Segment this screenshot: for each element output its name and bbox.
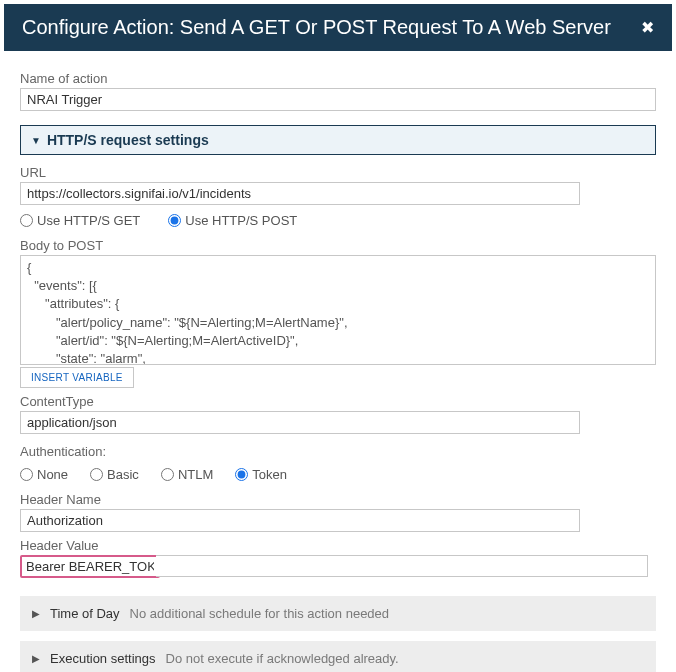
method-post-radio[interactable] <box>168 214 181 227</box>
header-name-label: Header Name <box>20 492 656 507</box>
body-textarea[interactable] <box>20 255 656 365</box>
content-type-input[interactable] <box>20 411 580 434</box>
dialog-title: Configure Action: Send A GET Or POST Req… <box>22 16 611 39</box>
dialog-titlebar: Configure Action: Send A GET Or POST Req… <box>4 4 672 51</box>
method-post-label: Use HTTP/S POST <box>185 213 297 228</box>
auth-label: Authentication: <box>20 444 656 459</box>
header-value-highlight <box>20 555 160 578</box>
section-title: HTTP/S request settings <box>47 132 209 148</box>
auth-none-radio[interactable] <box>20 468 33 481</box>
auth-basic-radio[interactable] <box>90 468 103 481</box>
auth-ntlm-option[interactable]: NTLM <box>161 467 213 482</box>
auth-none-label: None <box>37 467 68 482</box>
auth-token-label: Token <box>252 467 287 482</box>
chevron-right-icon: ▶ <box>32 608 40 619</box>
method-get-radio[interactable] <box>20 214 33 227</box>
body-label: Body to POST <box>20 238 656 253</box>
insert-variable-button[interactable]: INSERT VARIABLE <box>20 367 134 388</box>
dialog: Configure Action: Send A GET Or POST Req… <box>0 0 676 672</box>
auth-token-radio[interactable] <box>235 468 248 481</box>
url-label: URL <box>20 165 656 180</box>
header-value-field-trail[interactable] <box>156 555 648 577</box>
name-of-action-label: Name of action <box>20 71 656 86</box>
time-of-day-title: Time of Day <box>50 606 120 621</box>
method-get-label: Use HTTP/S GET <box>37 213 140 228</box>
header-value-label: Header Value <box>20 538 656 553</box>
auth-basic-option[interactable]: Basic <box>90 467 139 482</box>
auth-basic-label: Basic <box>107 467 139 482</box>
method-post-option[interactable]: Use HTTP/S POST <box>168 213 297 228</box>
time-of-day-sub: No additional schedule for this action n… <box>130 606 389 621</box>
execution-title: Execution settings <box>50 651 156 666</box>
dialog-body: Name of action ▼ HTTP/S request settings… <box>4 51 672 672</box>
content-type-label: ContentType <box>20 394 656 409</box>
auth-token-option[interactable]: Token <box>235 467 287 482</box>
close-icon[interactable]: ✖ <box>641 18 654 37</box>
name-of-action-input[interactable] <box>20 88 656 111</box>
header-name-input[interactable] <box>20 509 580 532</box>
header-value-input[interactable] <box>22 557 158 576</box>
auth-none-option[interactable]: None <box>20 467 68 482</box>
execution-sub: Do not execute if acknowledged already. <box>166 651 399 666</box>
auth-group: None Basic NTLM Token <box>20 467 656 482</box>
method-get-option[interactable]: Use HTTP/S GET <box>20 213 140 228</box>
chevron-right-icon: ▶ <box>32 653 40 664</box>
chevron-down-icon: ▼ <box>31 135 41 146</box>
url-input[interactable] <box>20 182 580 205</box>
http-method-group: Use HTTP/S GET Use HTTP/S POST <box>20 213 656 228</box>
auth-ntlm-radio[interactable] <box>161 468 174 481</box>
section-execution-settings[interactable]: ▶ Execution settings Do not execute if a… <box>20 641 656 672</box>
section-time-of-day[interactable]: ▶ Time of Day No additional schedule for… <box>20 596 656 631</box>
section-http-settings[interactable]: ▼ HTTP/S request settings <box>20 125 656 155</box>
auth-ntlm-label: NTLM <box>178 467 213 482</box>
